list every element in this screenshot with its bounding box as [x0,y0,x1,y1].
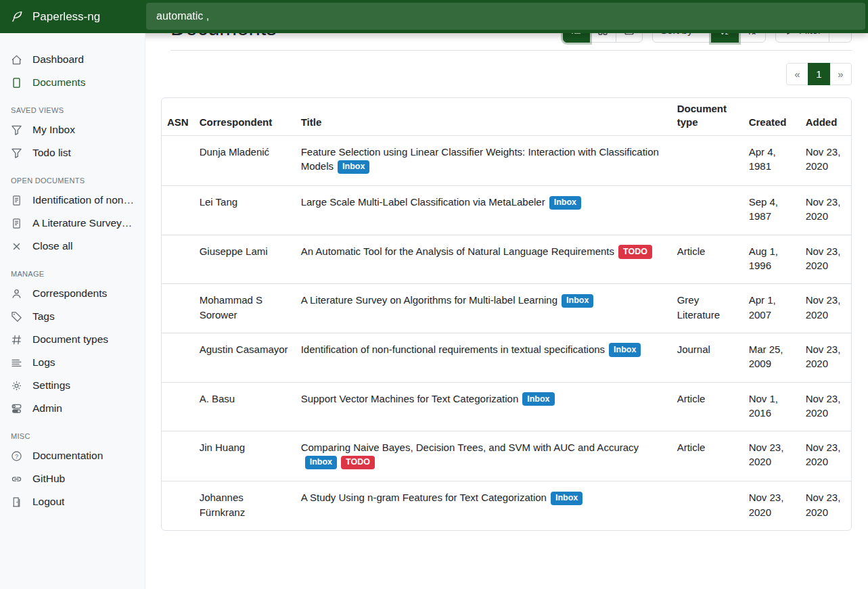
sidebar-section-title: MISC [11,432,134,440]
file-text-icon [11,218,22,229]
column-header-asn[interactable]: ASN [162,98,194,136]
correspondent-link[interactable]: Dunja Mladenić [200,146,269,158]
created-cell: Nov 23, 2020 [744,431,800,481]
correspondent-cell: Dunja Mladenić [194,136,296,186]
sidebar-item-close-all[interactable]: Close all [0,235,145,258]
sidebar-item-github[interactable]: GitHub [0,467,145,490]
added-cell: Nov 23, 2020 [800,333,851,382]
sidebar-item-dashboard[interactable]: Dashboard [0,48,145,71]
document-type-link[interactable]: Article [677,393,706,404]
added-cell: Nov 23, 2020 [800,186,851,235]
sidebar-item-label: Todo list [32,147,71,159]
brand-link[interactable]: Paperless-ng [0,0,145,33]
sidebar-item-a-literature-survey-on[interactable]: A Literature Survey on ... [0,212,145,235]
correspondent-link[interactable]: Agustin Casamayor [200,344,288,355]
sidebar-item-documents[interactable]: Documents [0,71,145,94]
tag-badge-inbox[interactable]: Inbox [305,456,337,469]
sidebar-item-label: Document types [32,333,108,346]
correspondent-link[interactable]: Jin Huang [200,442,246,453]
table-row: Lei TangLarge Scale Multi-Label Classifi… [162,186,851,235]
document-type-cell: Journal [672,333,744,382]
sidebar-item-documentation[interactable]: ?Documentation [0,444,145,467]
hash-icon [11,334,22,346]
sidebar-item-label: Logout [32,496,64,508]
document-type-link[interactable]: Article [677,442,706,453]
title-cell: Large Scale Multi-Label Classification v… [296,186,672,235]
tag-badge-inbox[interactable]: Inbox [549,196,581,210]
title-cell: A Literature Survey on Algorithms for Mu… [296,284,672,333]
sidebar-item-admin[interactable]: Admin [0,397,145,420]
document-type-link[interactable]: Journal [677,344,710,355]
created-cell: Nov 23, 2020 [744,481,800,530]
document-type-cell [672,481,744,530]
pagination-next[interactable]: » [829,63,852,85]
document-title-link[interactable]: A Literature Survey on Algorithms for Mu… [301,294,557,306]
document-title-link[interactable]: Comparing Naive Bayes, Decision Trees, a… [301,442,639,453]
sidebar-item-todo-list[interactable]: Todo list [0,141,145,164]
sidebar-item-settings[interactable]: Settings [0,374,145,397]
sidebar-section-title: SAVED VIEWS [11,106,134,114]
funnel-icon [11,147,22,159]
tag-badge-inbox[interactable]: Inbox [562,294,593,308]
pagination-prev[interactable]: « [786,63,808,85]
correspondent-cell: A. Basu [194,382,296,431]
sidebar-section-title: MANAGE [11,270,134,278]
table-row: Mohammad S SorowerA Literature Survey on… [162,284,851,333]
document-title-link[interactable]: An Automatic Tool for the Analysis of Na… [301,245,614,257]
title-cell: A Study Using n-gram Features for Text C… [296,481,672,530]
column-header-created[interactable]: Created [744,98,800,136]
search-input[interactable] [146,3,865,30]
tag-badge-todo[interactable]: TODO [618,245,652,258]
sidebar-sections: SAVED VIEWSMy InboxTodo listOPEN DOCUMEN… [0,106,145,513]
sidebar-item-my-inbox[interactable]: My Inbox [0,118,145,141]
tag-badge-inbox[interactable]: Inbox [551,492,583,505]
correspondent-link[interactable]: A. Basu [200,393,235,404]
tag-badge-inbox[interactable]: Inbox [338,160,369,174]
correspondent-link[interactable]: Johannes Fürnkranz [200,492,246,517]
correspondent-link[interactable]: Giuseppe Lami [200,245,268,257]
column-header-correspondent[interactable]: Correspondent [194,98,296,136]
table-header-row: ASNCorrespondentTitleDocument typeCreate… [162,98,851,136]
document-title-link[interactable]: Support Vector Machines for Text Categor… [301,393,519,404]
sidebar-item-logout[interactable]: Logout [0,490,145,513]
document-title-link[interactable]: Large Scale Multi-Label Classification v… [301,196,545,208]
column-header-added[interactable]: Added [800,98,851,136]
gear-icon [11,380,22,392]
brand-label: Paperless-ng [32,10,100,24]
document-title-link[interactable]: Identification of non-functional require… [301,344,605,355]
table-row: Dunja MladenićFeature Selection using Li… [162,136,851,186]
table-row: Agustin CasamayorIdentification of non-f… [162,333,851,382]
correspondent-link[interactable]: Lei Tang [200,196,237,208]
tag-badge-todo[interactable]: TODO [341,456,375,469]
sidebar-item-identification-of-non-fu[interactable]: Identification of non-fu... [0,189,145,212]
pagination-page-1[interactable]: 1 [808,63,830,85]
toggles-icon [11,403,22,415]
column-header-title[interactable]: Title [296,98,672,136]
sidebar-item-tags[interactable]: Tags [0,305,145,328]
sidebar-item-logs[interactable]: Logs [0,351,145,374]
sidebar-item-label: My Inbox [32,124,75,136]
document-type-link[interactable]: Article [677,245,706,257]
correspondent-link[interactable]: Mohammad S Sorower [200,294,262,320]
tag-badge-inbox[interactable]: Inbox [522,392,554,406]
title-cell: Comparing Naive Bayes, Decision Trees, a… [296,431,672,481]
sidebar-item-label: Correspondents [32,287,107,300]
tag-badge-inbox[interactable]: Inbox [609,343,641,356]
column-header-document-type[interactable]: Document type [672,98,744,136]
title-cell: Feature Selection using Linear Classifie… [296,136,672,186]
document-title-link[interactable]: A Study Using n-gram Features for Text C… [301,492,547,503]
table-body: Dunja MladenićFeature Selection using Li… [162,136,851,530]
pagination: « 1 » [786,63,852,85]
sidebar-item-document-types[interactable]: Document types [0,328,145,351]
sidebar-item-label: Dashboard [32,53,84,66]
sidebar-item-correspondents[interactable]: Correspondents [0,282,145,305]
tag-icon [11,311,22,323]
table-row: Jin HuangComparing Naive Bayes, Decision… [162,431,851,481]
x-icon [11,241,22,252]
lines-icon [11,357,22,369]
created-cell: Sep 4, 1987 [744,186,800,235]
asn-cell [162,186,194,235]
sidebar: DashboardDocuments SAVED VIEWSMy InboxTo… [0,33,145,589]
document-type-cell: Article [672,235,744,284]
document-type-link[interactable]: Grey Literature [677,294,720,320]
